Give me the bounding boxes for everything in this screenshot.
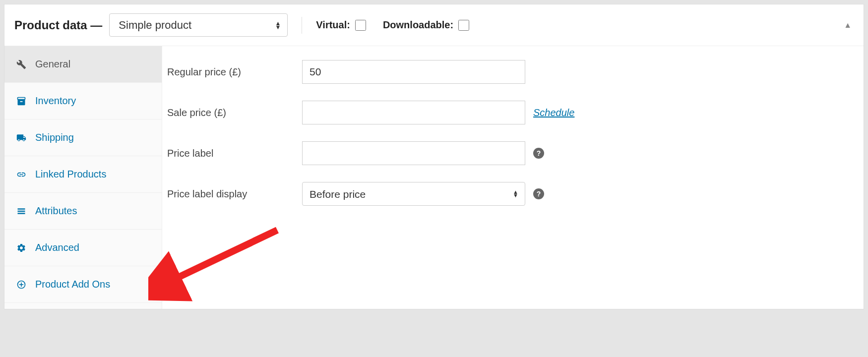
sidebar-item-advanced[interactable]: Advanced bbox=[4, 230, 162, 266]
sidebar-item-label: General bbox=[35, 59, 70, 70]
gear-icon bbox=[14, 243, 28, 253]
sidebar-item-label: Product Add Ons bbox=[35, 279, 110, 290]
virtual-option[interactable]: Virtual: bbox=[316, 19, 366, 31]
price-label-input[interactable] bbox=[302, 141, 525, 165]
list-icon bbox=[14, 206, 28, 216]
sale-price-row: Sale price (£) Schedule bbox=[167, 101, 859, 124]
sidebar-item-label: Advanced bbox=[35, 242, 79, 253]
sidebar-item-product-add-ons[interactable]: Product Add Ons bbox=[4, 266, 162, 303]
product-type-select-wrap: Simple product ▲▼ bbox=[109, 13, 288, 37]
sidebar-item-shipping[interactable]: Shipping bbox=[4, 119, 162, 156]
schedule-link[interactable]: Schedule bbox=[533, 107, 574, 119]
help-icon[interactable]: ? bbox=[533, 148, 544, 159]
sale-price-input[interactable] bbox=[302, 101, 525, 124]
price-label-label: Price label bbox=[167, 148, 302, 159]
product-type-select[interactable]: Simple product bbox=[109, 13, 288, 37]
downloadable-option[interactable]: Downloadable: bbox=[383, 19, 469, 31]
sidebar-item-attributes[interactable]: Attributes bbox=[4, 193, 162, 230]
collapse-icon[interactable]: ▲ bbox=[844, 21, 852, 30]
content-area: Regular price (£) Sale price (£) Schedul… bbox=[162, 46, 864, 309]
sidebar-item-inventory[interactable]: Inventory bbox=[4, 83, 162, 119]
price-label-display-label: Price label display bbox=[167, 188, 302, 200]
price-label-display-row: Price label display Before price ▲▼ ? bbox=[167, 182, 859, 206]
downloadable-label: Downloadable: bbox=[383, 19, 453, 31]
link-icon bbox=[14, 170, 28, 179]
inventory-icon bbox=[14, 96, 28, 106]
panel-title: Product data — bbox=[14, 18, 102, 32]
price-label-display-select-wrap: Before price ▲▼ bbox=[302, 182, 525, 206]
price-label-row: Price label ? bbox=[167, 141, 859, 165]
help-icon[interactable]: ? bbox=[533, 188, 544, 199]
plus-circle-icon bbox=[14, 280, 28, 290]
sidebar: General Inventory Shipping Linked Produc… bbox=[4, 46, 162, 309]
virtual-checkbox[interactable] bbox=[355, 20, 366, 31]
header-separator bbox=[302, 17, 302, 34]
panel-header: Product data — Simple product ▲▼ Virtual… bbox=[4, 4, 864, 46]
truck-icon bbox=[14, 133, 28, 143]
virtual-label: Virtual: bbox=[316, 19, 350, 31]
sidebar-item-general[interactable]: General bbox=[4, 46, 162, 83]
wrench-icon bbox=[14, 60, 28, 69]
product-data-panel: Product data — Simple product ▲▼ Virtual… bbox=[4, 4, 864, 309]
regular-price-row: Regular price (£) bbox=[167, 60, 859, 84]
sidebar-item-label: Inventory bbox=[35, 95, 76, 107]
sidebar-item-label: Linked Products bbox=[35, 169, 106, 180]
sidebar-item-linked-products[interactable]: Linked Products bbox=[4, 156, 162, 193]
panel-body: General Inventory Shipping Linked Produc… bbox=[4, 46, 864, 309]
regular-price-input[interactable] bbox=[302, 60, 525, 84]
sale-price-label: Sale price (£) bbox=[167, 107, 302, 119]
downloadable-checkbox[interactable] bbox=[458, 20, 469, 31]
sidebar-item-label: Shipping bbox=[35, 132, 74, 143]
price-label-display-select[interactable]: Before price bbox=[302, 182, 525, 206]
regular-price-label: Regular price (£) bbox=[167, 66, 302, 78]
sidebar-item-label: Attributes bbox=[35, 205, 77, 217]
